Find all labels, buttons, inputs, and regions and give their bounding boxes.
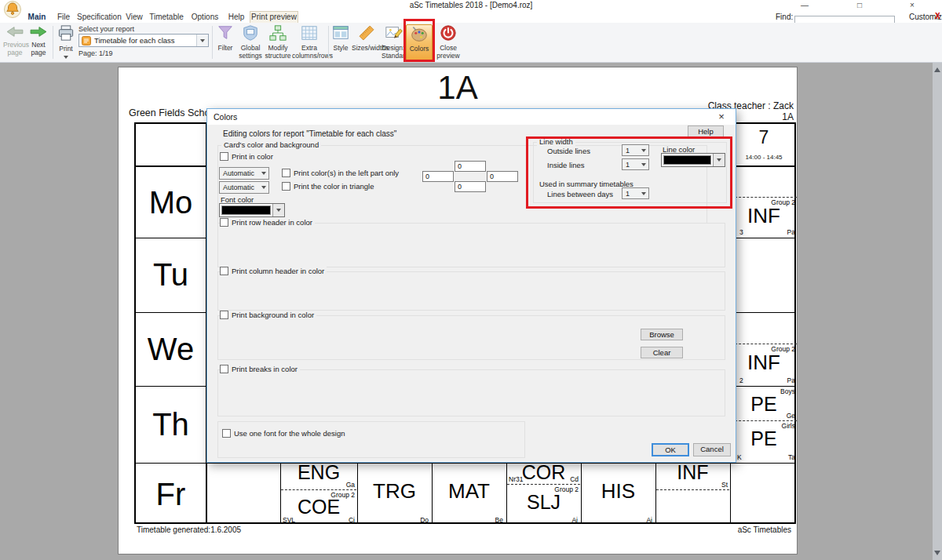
- checkbox-box[interactable]: [220, 267, 228, 275]
- chevron-down-icon[interactable]: [638, 188, 648, 198]
- lesson-card-fr3: MAT Be: [432, 463, 506, 525]
- checkbox-box[interactable]: [220, 218, 228, 227]
- scroll-up-icon[interactable]: [934, 67, 940, 72]
- period-time: 14:00 - 14:45: [730, 154, 798, 161]
- tab-file[interactable]: File: [52, 11, 75, 23]
- color-mode-combobox-2[interactable]: Automatic: [219, 181, 269, 194]
- tab-timetable[interactable]: Timetable: [148, 11, 185, 23]
- chevron-down-icon[interactable]: [258, 168, 268, 179]
- chevron-down-icon[interactable]: [258, 182, 268, 193]
- inside-lines-combobox[interactable]: 1: [622, 158, 649, 170]
- filter-button[interactable]: Filter: [214, 24, 236, 61]
- report-dropdown-icon[interactable]: [196, 35, 208, 46]
- background-checkbox[interactable]: Print background in color: [220, 311, 316, 319]
- close-button[interactable]: ×: [903, 0, 922, 11]
- tab-help[interactable]: Help: [225, 11, 248, 23]
- card-teacher: Ci: [349, 516, 355, 524]
- ok-button[interactable]: OK: [652, 443, 689, 456]
- chevron-down-icon[interactable]: [638, 145, 648, 155]
- lines-between-days-combobox[interactable]: 1: [622, 187, 649, 199]
- palette-icon: [407, 25, 432, 44]
- chevron-down-icon[interactable]: [638, 159, 648, 169]
- day-label-we: We: [136, 312, 206, 386]
- checkbox-box[interactable]: [222, 429, 231, 438]
- style-button[interactable]: Style: [330, 24, 352, 61]
- breaks-checkbox[interactable]: Print breaks in color: [220, 365, 300, 373]
- color-triangle-checkbox[interactable]: Print the color in triangle: [282, 182, 376, 191]
- chevron-down-icon[interactable]: [272, 204, 284, 216]
- print-in-color-checkbox[interactable]: Print in color: [220, 152, 276, 161]
- tab-specification[interactable]: Specification: [77, 11, 121, 23]
- card-subject: MAT: [432, 481, 506, 501]
- checkbox-box[interactable]: [282, 182, 290, 191]
- print-dropdown-icon[interactable]: [64, 56, 68, 59]
- margin-left-input[interactable]: [422, 171, 454, 182]
- tab-main[interactable]: Main: [24, 11, 50, 23]
- checkbox-box[interactable]: [282, 169, 290, 177]
- card-subject: INF: [730, 205, 798, 226]
- clear-button[interactable]: Clear: [641, 347, 683, 358]
- previous-page-button[interactable]: Previous page: [3, 24, 27, 61]
- lesson-card-fr4: COR Nr31 Cd Group 2 SLJ Ai: [506, 463, 581, 525]
- scroll-down-icon[interactable]: [934, 551, 940, 555]
- brand-label: aSc Timetables: [738, 525, 791, 534]
- dialog-title-bar[interactable]: Colors ×: [207, 109, 736, 125]
- breaks-group: [217, 369, 725, 416]
- org-chart-icon: [264, 24, 292, 43]
- checkbox-label: Print in color: [232, 152, 273, 161]
- arrow-right-icon: [27, 24, 50, 40]
- line-color-picker[interactable]: [661, 153, 725, 167]
- grid-icon: [292, 24, 327, 43]
- card-teacher: Ai: [571, 516, 578, 524]
- help-button[interactable]: Help: [688, 125, 724, 138]
- global-settings-button[interactable]: Global settings: [237, 24, 264, 61]
- col-header-checkbox[interactable]: Print column header in color: [220, 267, 327, 275]
- color-mode-combobox-1[interactable]: Automatic: [219, 167, 269, 180]
- extra-columns-rows-button[interactable]: Extra columns/rows: [292, 24, 327, 61]
- tab-options[interactable]: Options: [188, 11, 221, 23]
- extra-columns-rows-label: Extra columns/rows: [292, 44, 333, 60]
- tab-view[interactable]: View: [122, 11, 146, 23]
- row-header-checkbox[interactable]: Print row header in color: [220, 218, 315, 227]
- previous-page-label: Previous page: [3, 41, 29, 56]
- find-close-button[interactable]: X: [935, 12, 940, 20]
- left-part-only-checkbox[interactable]: Print color(s) in the left part only: [282, 169, 401, 177]
- colors-button[interactable]: Colors: [406, 24, 433, 61]
- margin-right-input[interactable]: [487, 171, 518, 182]
- sizes-widths-button[interactable]: Sizes/widths: [352, 24, 382, 61]
- modify-structure-button[interactable]: Modify structure: [264, 24, 292, 61]
- report-combobox[interactable]: Timetable for each class: [78, 34, 209, 47]
- card-teacher: Ai: [646, 516, 652, 524]
- lesson-card-mo7: Group 2 INF 3 Pa: [730, 165, 798, 238]
- chevron-down-icon[interactable]: [713, 154, 725, 166]
- font-color-picker[interactable]: [219, 203, 285, 217]
- card-teacher: Pa: [787, 376, 795, 384]
- tab-print-preview[interactable]: Print preview: [250, 11, 298, 23]
- checkbox-label: Print column header in color: [232, 267, 324, 275]
- combo-value: 1: [626, 147, 630, 155]
- cancel-button[interactable]: Cancel: [693, 443, 731, 456]
- line-width-group-label: Line width: [537, 137, 575, 146]
- print-button[interactable]: Print: [55, 24, 77, 61]
- margin-top-input[interactable]: [455, 161, 486, 172]
- card-teacher: Ge: [787, 412, 795, 420]
- design-button[interactable]: Design: Standard: [382, 24, 405, 61]
- one-font-checkbox[interactable]: Use one font for the whole design: [222, 429, 348, 438]
- ruler-icon: [352, 24, 382, 43]
- margin-bottom-input[interactable]: [455, 181, 486, 192]
- dialog-close-icon[interactable]: ×: [715, 111, 728, 122]
- maximize-button[interactable]: □: [850, 0, 869, 11]
- outside-lines-combobox[interactable]: 1: [622, 144, 649, 156]
- card-subject: INF: [730, 352, 798, 373]
- ribbon: Previous page Next page Print Select you…: [0, 23, 942, 63]
- minimize-button[interactable]: —: [795, 0, 814, 11]
- next-page-button[interactable]: Next page: [27, 24, 50, 61]
- browse-button[interactable]: Browse: [641, 329, 683, 340]
- close-preview-button[interactable]: Close preview: [434, 24, 462, 61]
- preview-scrollbar[interactable]: [933, 63, 942, 560]
- checkbox-box[interactable]: [220, 311, 228, 319]
- colors-label: Colors: [410, 45, 429, 53]
- filter-label: Filter: [218, 44, 233, 52]
- checkbox-box[interactable]: [220, 152, 228, 161]
- checkbox-box[interactable]: [220, 365, 228, 373]
